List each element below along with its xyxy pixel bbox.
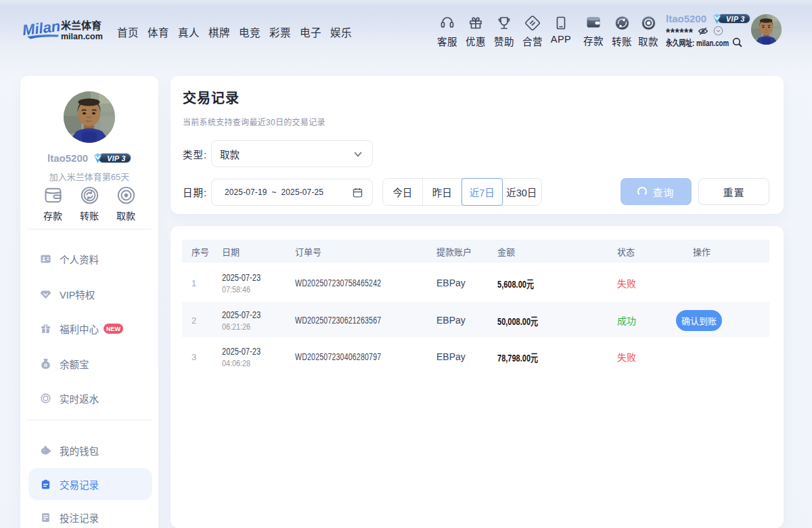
svg-text:米兰体育: 米兰体育 bbox=[61, 20, 102, 31]
svg-text:milan.com: milan.com bbox=[61, 32, 103, 41]
